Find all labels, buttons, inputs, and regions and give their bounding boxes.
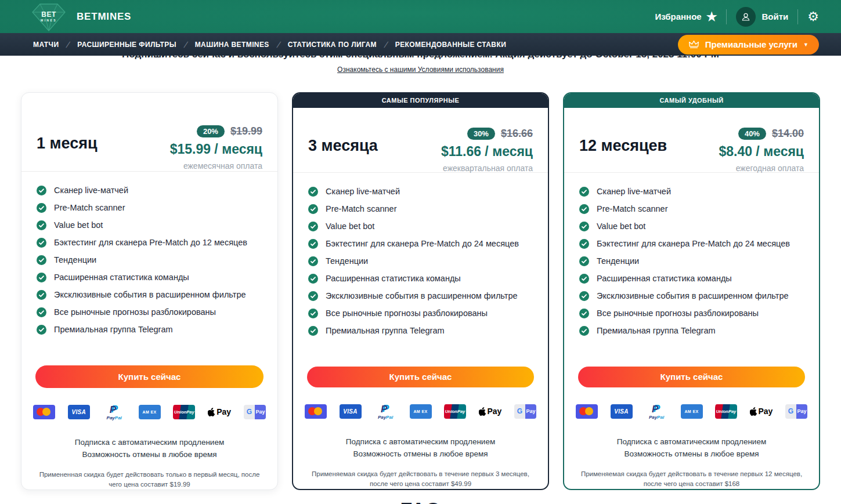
- settings-gear-icon[interactable]: ⚙: [807, 10, 819, 23]
- feature-label: Тенденции: [326, 256, 368, 266]
- feature-label: Value bet bot: [326, 222, 374, 231]
- check-icon: [37, 290, 46, 300]
- paypal-icon: PPPayPal: [645, 403, 668, 420]
- check-icon: [308, 187, 318, 197]
- feature-label: Сканер live-матчей: [326, 187, 400, 196]
- feature-row: Премиальная группа Telegram: [308, 326, 533, 336]
- feature-row: Тенденции: [308, 256, 533, 266]
- feature-label: Премиальная группа Telegram: [54, 325, 173, 334]
- check-icon: [579, 291, 589, 301]
- login-button[interactable]: Войти: [736, 7, 788, 27]
- best-value-ribbon: САМЫЙ УДОБНЫЙ: [564, 93, 819, 108]
- feature-row: Тенденции: [579, 256, 804, 266]
- buy-now-button[interactable]: Купить сейчас: [578, 367, 805, 387]
- check-icon: [37, 273, 46, 282]
- check-icon: [579, 187, 589, 197]
- visa-icon: VISA: [611, 404, 633, 419]
- billing-note: ежегодная оплата: [719, 164, 804, 173]
- header-divider: [797, 9, 798, 24]
- main-nav-items: МАТЧИ/РАСШИРЕННЫЕ ФИЛЬТРЫ/МАШИНА BETMINE…: [33, 40, 506, 49]
- feature-row: Value bet bot: [37, 220, 262, 230]
- feature-label: Value bet bot: [54, 220, 103, 230]
- chevron-down-icon: ▼: [803, 42, 808, 48]
- check-icon: [37, 203, 46, 213]
- brand-title: BETMINES: [77, 11, 131, 23]
- nav-item-4[interactable]: СТАТИСТИКА ПО ЛИГАМ: [288, 41, 377, 49]
- note-line: Подписка с автоматическим продлением: [21, 437, 277, 449]
- check-icon: [308, 309, 318, 318]
- buy-now-button[interactable]: Купить сейчас: [307, 367, 534, 387]
- plan-card-3-months: САМЫЕ ПОПУЛЯРНЫЕ 3 месяца 30% $16.66 $11…: [292, 92, 549, 490]
- premium-services-button[interactable]: Премиальные услуги ▼: [678, 35, 819, 55]
- googlepay-icon: GPay: [244, 405, 266, 419]
- unionpay-icon: UnionPay: [173, 405, 195, 419]
- plan-price: $8.40 / месяц: [719, 144, 804, 159]
- feature-row: Расширенная статистика команды: [37, 273, 262, 282]
- amex-icon: AM EX: [410, 404, 432, 419]
- login-label: Войти: [761, 12, 788, 21]
- feature-label: Все рыночные прогнозы разблокированы: [597, 309, 759, 318]
- feature-row: Бэктестинг для сканера Pre-Match до 24 м…: [579, 239, 804, 249]
- buy-now-button[interactable]: Купить сейчас: [35, 365, 264, 388]
- mastercard-icon: [576, 404, 598, 419]
- check-icon: [308, 256, 318, 266]
- feature-row: Эксклюзивные события в расширенном фильт…: [308, 291, 533, 301]
- feature-label: Бэктестинг для сканера Pre-Match до 12 м…: [54, 238, 247, 247]
- favorites-button[interactable]: Избранное ★: [655, 10, 717, 23]
- feature-label: Бэктестинг для сканера Pre-Match до 24 м…: [597, 239, 790, 248]
- check-icon: [579, 239, 589, 249]
- feature-label: Сканер live-матчей: [54, 186, 128, 195]
- app-header: BET MINES BETMINES Избранное ★ Войти ⚙: [0, 0, 841, 33]
- plan-header: 3 месяца 30% $16.66 $11.66 / месяц ежекв…: [293, 108, 548, 173]
- feature-row: Все рыночные прогнозы разблокированы: [579, 309, 804, 318]
- feature-row: Премиальная группа Telegram: [37, 325, 262, 335]
- applepay-icon: Pay: [750, 407, 773, 416]
- feature-row: Премиальная группа Telegram: [579, 326, 804, 336]
- check-icon: [579, 256, 589, 266]
- note-line: Возможность отмены в любое время: [21, 449, 277, 461]
- feature-label: Расширенная статистика команды: [597, 274, 732, 283]
- feature-list: Сканер live-матчейPre-Match scannerValue…: [293, 173, 548, 343]
- feature-list: Сканер live-матчейPre-Match scannerValue…: [21, 172, 277, 342]
- feature-row: Pre-Match scanner: [579, 204, 804, 214]
- nav-item-5[interactable]: РЕКОМЕНДОВАННЫЕ СТАВКИ: [395, 41, 506, 49]
- billing-note: ежемесячная оплата: [170, 161, 262, 171]
- nav-item-3[interactable]: МАШИНА BETMINES: [195, 41, 269, 49]
- check-icon: [579, 222, 589, 231]
- nav-separator: /: [66, 40, 70, 49]
- googlepay-icon: GPay: [514, 404, 536, 419]
- payment-methods: VISAPPPayPalAM EXUnionPayPayGPay: [576, 403, 807, 420]
- plan-header: 1 месяц 20% $19.99 $15.99 / месяц ежемес…: [21, 93, 277, 172]
- plan-price: $15.99 / месяц: [170, 142, 262, 157]
- feature-label: Все рыночные прогнозы разблокированы: [326, 309, 488, 318]
- nav-item-1[interactable]: МАТЧИ: [33, 41, 59, 49]
- billing-note: ежеквартальная оплата: [441, 164, 533, 173]
- check-icon: [37, 186, 46, 195]
- feature-label: Сканер live-матчей: [597, 187, 671, 196]
- pricing-cards: 1 месяц 20% $19.99 $15.99 / месяц ежемес…: [0, 92, 841, 490]
- feature-label: Эксклюзивные события в расширенном фильт…: [326, 291, 518, 300]
- note-line: Подписка с автоматическим продлением: [293, 436, 548, 448]
- price-block: 40% $14.00 $8.40 / месяц ежегодная оплат…: [719, 128, 804, 173]
- main-navbar: МАТЧИ/РАСШИРЕННЫЕ ФИЛЬТРЫ/МАШИНА BETMINE…: [0, 33, 841, 56]
- check-icon: [579, 326, 589, 336]
- note-line: Возможность отмены в любое время: [293, 448, 548, 461]
- terms-link[interactable]: Ознакомьтесь с нашими Условиями использо…: [337, 66, 504, 74]
- header-divider: [726, 9, 727, 24]
- unionpay-icon: UnionPay: [715, 404, 737, 419]
- check-icon: [37, 220, 46, 230]
- applepay-icon: Pay: [208, 407, 231, 416]
- paypal-icon: PPPayPal: [374, 403, 397, 420]
- note-line: Возможность отмены в любое время: [564, 448, 819, 461]
- feature-row: Расширенная статистика команды: [579, 274, 804, 284]
- plan-card-12-months: САМЫЙ УДОБНЫЙ 12 месяцев 40% $14.00 $8.4…: [563, 92, 820, 490]
- nav-separator: /: [276, 40, 280, 49]
- betmines-logo[interactable]: BET MINES: [30, 2, 67, 32]
- faq-heading: FAQ: [0, 498, 841, 504]
- feature-row: Value bet bot: [308, 222, 533, 231]
- check-icon: [308, 274, 318, 284]
- nav-item-2[interactable]: РАСШИРЕННЫЕ ФИЛЬТРЫ: [77, 41, 176, 49]
- feature-row: Сканер live-матчей: [308, 187, 533, 197]
- check-icon: [37, 325, 46, 335]
- feature-row: Value bet bot: [579, 222, 804, 231]
